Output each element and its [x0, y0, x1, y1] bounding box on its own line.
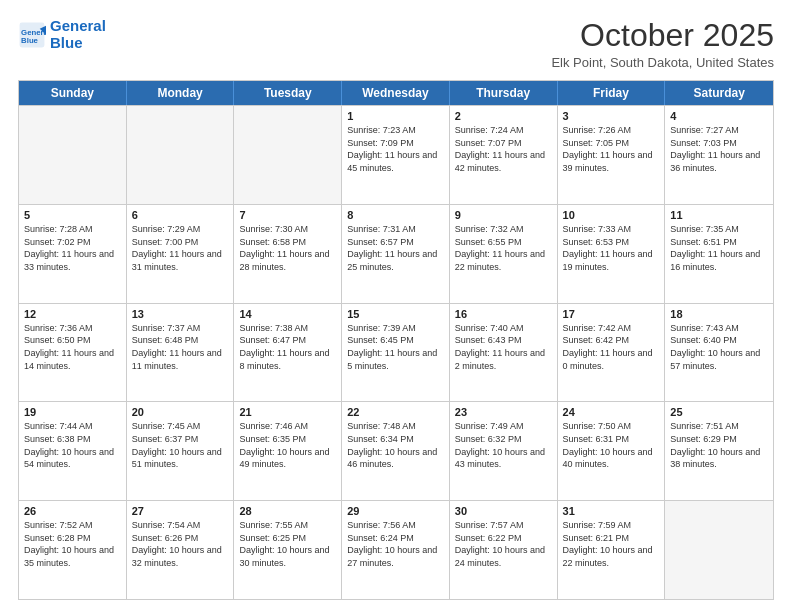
page: General Blue General Blue October 2025 E…: [0, 0, 792, 612]
day-number: 31: [563, 505, 660, 517]
cell-info: Sunrise: 7:23 AM Sunset: 7:09 PM Dayligh…: [347, 124, 444, 174]
cell-info: Sunrise: 7:40 AM Sunset: 6:43 PM Dayligh…: [455, 322, 552, 372]
main-title: October 2025: [551, 18, 774, 53]
calendar-cell-empty-0-1: [127, 106, 235, 204]
cell-info: Sunrise: 7:31 AM Sunset: 6:57 PM Dayligh…: [347, 223, 444, 273]
calendar-cell-7: 7Sunrise: 7:30 AM Sunset: 6:58 PM Daylig…: [234, 205, 342, 303]
title-block: October 2025 Elk Point, South Dakota, Un…: [551, 18, 774, 70]
calendar-cell-8: 8Sunrise: 7:31 AM Sunset: 6:57 PM Daylig…: [342, 205, 450, 303]
calendar-cell-28: 28Sunrise: 7:55 AM Sunset: 6:25 PM Dayli…: [234, 501, 342, 599]
cell-info: Sunrise: 7:50 AM Sunset: 6:31 PM Dayligh…: [563, 420, 660, 470]
calendar-cell-13: 13Sunrise: 7:37 AM Sunset: 6:48 PM Dayli…: [127, 304, 235, 402]
day-number: 8: [347, 209, 444, 221]
cell-info: Sunrise: 7:35 AM Sunset: 6:51 PM Dayligh…: [670, 223, 768, 273]
day-number: 15: [347, 308, 444, 320]
calendar-cell-21: 21Sunrise: 7:46 AM Sunset: 6:35 PM Dayli…: [234, 402, 342, 500]
cell-info: Sunrise: 7:49 AM Sunset: 6:32 PM Dayligh…: [455, 420, 552, 470]
day-number: 18: [670, 308, 768, 320]
day-number: 16: [455, 308, 552, 320]
logo-line1: General: [50, 17, 106, 34]
day-number: 27: [132, 505, 229, 517]
cell-info: Sunrise: 7:27 AM Sunset: 7:03 PM Dayligh…: [670, 124, 768, 174]
cell-info: Sunrise: 7:56 AM Sunset: 6:24 PM Dayligh…: [347, 519, 444, 569]
cell-info: Sunrise: 7:44 AM Sunset: 6:38 PM Dayligh…: [24, 420, 121, 470]
calendar-cell-27: 27Sunrise: 7:54 AM Sunset: 6:26 PM Dayli…: [127, 501, 235, 599]
calendar: SundayMondayTuesdayWednesdayThursdayFrid…: [18, 80, 774, 600]
calendar-cell-1: 1Sunrise: 7:23 AM Sunset: 7:09 PM Daylig…: [342, 106, 450, 204]
day-number: 2: [455, 110, 552, 122]
day-number: 17: [563, 308, 660, 320]
calendar-cell-3: 3Sunrise: 7:26 AM Sunset: 7:05 PM Daylig…: [558, 106, 666, 204]
calendar-cell-23: 23Sunrise: 7:49 AM Sunset: 6:32 PM Dayli…: [450, 402, 558, 500]
calendar-cell-24: 24Sunrise: 7:50 AM Sunset: 6:31 PM Dayli…: [558, 402, 666, 500]
day-number: 14: [239, 308, 336, 320]
cell-info: Sunrise: 7:26 AM Sunset: 7:05 PM Dayligh…: [563, 124, 660, 174]
weekday-header-sunday: Sunday: [19, 81, 127, 105]
cell-info: Sunrise: 7:42 AM Sunset: 6:42 PM Dayligh…: [563, 322, 660, 372]
cell-info: Sunrise: 7:38 AM Sunset: 6:47 PM Dayligh…: [239, 322, 336, 372]
calendar-row-1: 5Sunrise: 7:28 AM Sunset: 7:02 PM Daylig…: [19, 204, 773, 303]
calendar-cell-9: 9Sunrise: 7:32 AM Sunset: 6:55 PM Daylig…: [450, 205, 558, 303]
day-number: 23: [455, 406, 552, 418]
cell-info: Sunrise: 7:55 AM Sunset: 6:25 PM Dayligh…: [239, 519, 336, 569]
calendar-cell-25: 25Sunrise: 7:51 AM Sunset: 6:29 PM Dayli…: [665, 402, 773, 500]
calendar-cell-22: 22Sunrise: 7:48 AM Sunset: 6:34 PM Dayli…: [342, 402, 450, 500]
svg-text:Blue: Blue: [21, 35, 39, 44]
cell-info: Sunrise: 7:45 AM Sunset: 6:37 PM Dayligh…: [132, 420, 229, 470]
calendar-cell-10: 10Sunrise: 7:33 AM Sunset: 6:53 PM Dayli…: [558, 205, 666, 303]
calendar-cell-2: 2Sunrise: 7:24 AM Sunset: 7:07 PM Daylig…: [450, 106, 558, 204]
calendar-cell-26: 26Sunrise: 7:52 AM Sunset: 6:28 PM Dayli…: [19, 501, 127, 599]
day-number: 1: [347, 110, 444, 122]
day-number: 24: [563, 406, 660, 418]
calendar-row-0: 1Sunrise: 7:23 AM Sunset: 7:09 PM Daylig…: [19, 105, 773, 204]
day-number: 13: [132, 308, 229, 320]
day-number: 22: [347, 406, 444, 418]
day-number: 7: [239, 209, 336, 221]
calendar-row-4: 26Sunrise: 7:52 AM Sunset: 6:28 PM Dayli…: [19, 500, 773, 599]
cell-info: Sunrise: 7:52 AM Sunset: 6:28 PM Dayligh…: [24, 519, 121, 569]
cell-info: Sunrise: 7:59 AM Sunset: 6:21 PM Dayligh…: [563, 519, 660, 569]
cell-info: Sunrise: 7:46 AM Sunset: 6:35 PM Dayligh…: [239, 420, 336, 470]
calendar-cell-12: 12Sunrise: 7:36 AM Sunset: 6:50 PM Dayli…: [19, 304, 127, 402]
logo-icon: General Blue: [18, 21, 46, 49]
day-number: 6: [132, 209, 229, 221]
header: General Blue General Blue October 2025 E…: [18, 18, 774, 70]
day-number: 12: [24, 308, 121, 320]
day-number: 3: [563, 110, 660, 122]
weekday-header-wednesday: Wednesday: [342, 81, 450, 105]
cell-info: Sunrise: 7:43 AM Sunset: 6:40 PM Dayligh…: [670, 322, 768, 372]
calendar-cell-18: 18Sunrise: 7:43 AM Sunset: 6:40 PM Dayli…: [665, 304, 773, 402]
cell-info: Sunrise: 7:48 AM Sunset: 6:34 PM Dayligh…: [347, 420, 444, 470]
logo-line2: Blue: [50, 34, 83, 51]
calendar-header: SundayMondayTuesdayWednesdayThursdayFrid…: [19, 81, 773, 105]
cell-info: Sunrise: 7:29 AM Sunset: 7:00 PM Dayligh…: [132, 223, 229, 273]
day-number: 21: [239, 406, 336, 418]
weekday-header-monday: Monday: [127, 81, 235, 105]
day-number: 10: [563, 209, 660, 221]
day-number: 19: [24, 406, 121, 418]
cell-info: Sunrise: 7:33 AM Sunset: 6:53 PM Dayligh…: [563, 223, 660, 273]
calendar-cell-20: 20Sunrise: 7:45 AM Sunset: 6:37 PM Dayli…: [127, 402, 235, 500]
calendar-cell-4: 4Sunrise: 7:27 AM Sunset: 7:03 PM Daylig…: [665, 106, 773, 204]
day-number: 29: [347, 505, 444, 517]
weekday-header-friday: Friday: [558, 81, 666, 105]
weekday-header-saturday: Saturday: [665, 81, 773, 105]
day-number: 4: [670, 110, 768, 122]
subtitle: Elk Point, South Dakota, United States: [551, 55, 774, 70]
logo-text: General Blue: [50, 18, 106, 51]
day-number: 30: [455, 505, 552, 517]
weekday-header-tuesday: Tuesday: [234, 81, 342, 105]
calendar-cell-19: 19Sunrise: 7:44 AM Sunset: 6:38 PM Dayli…: [19, 402, 127, 500]
cell-info: Sunrise: 7:28 AM Sunset: 7:02 PM Dayligh…: [24, 223, 121, 273]
cell-info: Sunrise: 7:24 AM Sunset: 7:07 PM Dayligh…: [455, 124, 552, 174]
calendar-cell-30: 30Sunrise: 7:57 AM Sunset: 6:22 PM Dayli…: [450, 501, 558, 599]
calendar-body: 1Sunrise: 7:23 AM Sunset: 7:09 PM Daylig…: [19, 105, 773, 599]
cell-info: Sunrise: 7:51 AM Sunset: 6:29 PM Dayligh…: [670, 420, 768, 470]
day-number: 26: [24, 505, 121, 517]
day-number: 11: [670, 209, 768, 221]
calendar-row-2: 12Sunrise: 7:36 AM Sunset: 6:50 PM Dayli…: [19, 303, 773, 402]
calendar-cell-11: 11Sunrise: 7:35 AM Sunset: 6:51 PM Dayli…: [665, 205, 773, 303]
cell-info: Sunrise: 7:37 AM Sunset: 6:48 PM Dayligh…: [132, 322, 229, 372]
calendar-cell-17: 17Sunrise: 7:42 AM Sunset: 6:42 PM Dayli…: [558, 304, 666, 402]
day-number: 5: [24, 209, 121, 221]
